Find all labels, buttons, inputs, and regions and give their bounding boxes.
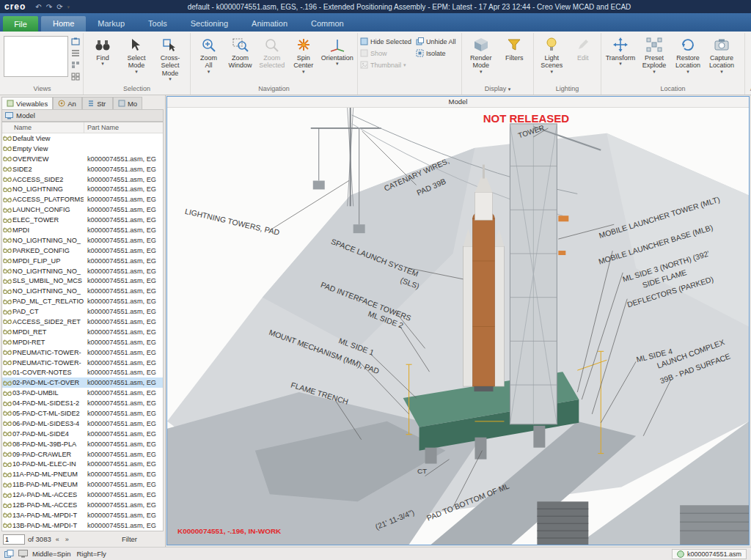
- tab-file[interactable]: File: [3, 16, 38, 32]
- viewable-row[interactable]: ACCESS_SIDE2k0000074551.asm, EG: [2, 174, 163, 185]
- preset-explode-button[interactable]: Preset Explode ▾: [637, 34, 671, 73]
- zoom-selected-button[interactable]: Zoom Selected: [256, 34, 287, 70]
- filter-label[interactable]: Filter: [122, 535, 137, 543]
- viewable-row[interactable]: ACCESS_SIDE2_RETk0000074551.asm, EG: [2, 317, 163, 327]
- viewable-row[interactable]: MPDI-RETk0000074551.asm, EG: [2, 337, 163, 347]
- panel-tabs: Viewables An Str Mo: [1, 97, 164, 109]
- viewable-row[interactable]: 03-PAD-UMBILk0000074551.asm, EG: [2, 388, 163, 398]
- viewable-row[interactable]: NO_LIGHTNING_NO_k0000074551.asm, EG: [2, 235, 163, 246]
- page-input[interactable]: [3, 534, 25, 545]
- 3d-scene[interactable]: NOT RELEASEDTOWERCATENARY WIRES,PAD 39BL…: [167, 108, 749, 545]
- viewable-row[interactable]: OVERVIEWk0000074551.asm, EG: [2, 154, 163, 164]
- unhide-all-button[interactable]: Unhide All: [416, 37, 456, 46]
- viewable-row[interactable]: MPDIk0000074551.asm, EG: [2, 225, 163, 235]
- viewable-row[interactable]: 10-PAD-ML-ELEC-INk0000074551.asm, EG: [2, 460, 163, 470]
- redo-icon[interactable]: ↷: [46, 3, 52, 11]
- viewable-row[interactable]: 13A-PAD-ML-MPDI-Tk0000074551.asm, EG: [2, 510, 163, 520]
- filters-button[interactable]: Filters: [498, 34, 532, 62]
- ribbon: Views Find ▾ Select Mode ▾ Cross-Select …: [0, 32, 751, 95]
- viewable-part-name: k0000074551.asm, EG: [84, 328, 163, 336]
- restore-location-button[interactable]: Restore Location ▾: [671, 34, 705, 73]
- viewable-row[interactable]: NO_LIGHTNINGk0000074551.asm, EG: [2, 184, 163, 194]
- panel-tab-structure[interactable]: Str: [82, 97, 113, 109]
- viewable-name: PAD_CT: [12, 308, 84, 315]
- thumbnail-button[interactable]: Thumbnail ▾: [360, 60, 411, 70]
- hide-selected-button[interactable]: Hide Selected: [360, 37, 411, 46]
- undo-icon[interactable]: ↶: [35, 3, 41, 11]
- zoom-all-button[interactable]: Zoom All ▾: [193, 34, 224, 73]
- viewable-row[interactable]: PNEUMATIC-TOWER-k0000074551.asm, EG: [2, 347, 163, 358]
- panel-tab-viewables[interactable]: Viewables: [1, 97, 53, 109]
- view-capture-icon[interactable]: [70, 37, 81, 46]
- viewable-row[interactable]: NO_LIGHTNING_NO_k0000074551.asm, EG: [2, 286, 163, 296]
- viewable-row[interactable]: MPDI_RETk0000074551.asm, EG: [2, 327, 163, 337]
- isolate-button[interactable]: Isolate: [416, 48, 456, 58]
- tab-home[interactable]: Home: [41, 16, 86, 32]
- tab-animation[interactable]: Animation: [240, 16, 299, 32]
- panel-tab-model[interactable]: Mo: [113, 97, 142, 109]
- cross-select-mode-button[interactable]: Cross-Select Mode ▾: [153, 34, 187, 81]
- show-button[interactable]: Show: [360, 48, 411, 58]
- viewable-row[interactable]: 12B-PAD-ML-ACCESk0000074551.asm, EG: [2, 500, 163, 510]
- zoom-all-icon: [199, 35, 219, 54]
- view-grid-icon[interactable]: [70, 72, 81, 81]
- monitor-icon[interactable]: [18, 550, 28, 558]
- viewable-row[interactable]: SLS_UMBIL_NO_MCSk0000074551.asm, EG: [2, 276, 163, 286]
- tab-common[interactable]: Common: [299, 16, 356, 32]
- light-scenes-button[interactable]: Light Scenes ▾: [536, 34, 568, 73]
- table-header[interactable]: Name Part Name: [2, 122, 163, 133]
- model-selector[interactable]: Model: [1, 109, 164, 122]
- viewable-row[interactable]: Empty View: [2, 144, 163, 154]
- tab-sectioning[interactable]: Sectioning: [179, 16, 240, 32]
- viewable-row[interactable]: PAD_ML_CT_RELATIOk0000074551.asm, EG: [2, 296, 163, 306]
- column-header-name[interactable]: Name: [2, 122, 84, 133]
- panel-tab-annotations[interactable]: An: [53, 97, 82, 109]
- viewable-row[interactable]: NO_LIGHTNING_NO_k0000074551.asm, EG: [2, 266, 163, 276]
- refresh-icon[interactable]: ⟳: [56, 3, 62, 11]
- color-button[interactable]: Color ▾: [747, 34, 751, 65]
- viewable-row[interactable]: PARKED_CONFIGk0000074551.asm, EG: [2, 246, 163, 256]
- display-launcher-icon[interactable]: ▾: [508, 86, 511, 92]
- find-button[interactable]: Find ▾: [86, 34, 120, 65]
- viewable-row[interactable]: 07-PAD-ML-SIDE4k0000074551.asm, EG: [2, 429, 163, 439]
- viewable-row[interactable]: 08-PAD-ML-39B-PLAk0000074551.asm, EG: [2, 439, 163, 449]
- view-small-icon[interactable]: [70, 60, 81, 70]
- transform-button[interactable]: Transform ▾: [604, 34, 637, 65]
- viewable-row[interactable]: MPDI_FLIP_UPk0000074551.asm, EG: [2, 256, 163, 266]
- viewable-row[interactable]: 09-PAD-CRAWLERk0000074551.asm, EG: [2, 449, 163, 460]
- quick-access-caret-icon[interactable]: ▾: [67, 5, 70, 9]
- spin-center-button[interactable]: Spin Center ▾: [287, 34, 319, 73]
- windows-layout-icon[interactable]: [4, 550, 14, 558]
- capture-location-button[interactable]: Capture Location ▾: [705, 34, 739, 73]
- viewable-row[interactable]: PAD_CTk0000074551.asm, EG: [2, 306, 163, 317]
- next-page-icon[interactable]: »: [64, 536, 70, 543]
- viewable-row[interactable]: 11A-PAD-ML-PNEUMk0000074551.asm, EG: [2, 469, 163, 479]
- orientation-button[interactable]: Orientation ▾: [319, 34, 355, 65]
- viewable-row[interactable]: PNEUMATIC-TOWER-k0000074551.asm, EG: [2, 358, 163, 368]
- document-chip[interactable]: k0000074551.asm: [672, 549, 747, 559]
- view-list-icon[interactable]: [70, 48, 81, 58]
- viewable-row[interactable]: 11B-PAD-ML-PNEUMk0000074551.asm, EG: [2, 479, 163, 490]
- tab-tools[interactable]: Tools: [136, 16, 179, 32]
- viewable-row[interactable]: 05-PAD-CT-ML-SIDE2k0000074551.asm, EG: [2, 408, 163, 419]
- edit-lighting-button[interactable]: Edit: [568, 34, 599, 62]
- viewable-row[interactable]: ELEC_TOWERk0000074551.asm, EG: [2, 215, 163, 225]
- viewable-row[interactable]: ACCESS_PLATFORMSk0000074551.asm, EG: [2, 194, 163, 205]
- prev-page-icon[interactable]: «: [54, 536, 61, 543]
- viewport-tab[interactable]: Model: [167, 97, 749, 108]
- viewable-row[interactable]: Default View: [2, 133, 163, 144]
- viewable-row[interactable]: 02-PAD-ML-CT-OVERk0000074551.asm, EG: [2, 377, 163, 388]
- viewable-row[interactable]: SIDE2k0000074551.asm, EG: [2, 164, 163, 174]
- viewable-row[interactable]: 12A-PAD-ML-ACCESk0000074551.asm, EG: [2, 490, 163, 500]
- viewable-row[interactable]: LAUNCH_CONFIGk0000074551.asm, EG: [2, 205, 163, 215]
- viewable-row[interactable]: 13B-PAD-ML-MPDI-Tk0000074551.asm, EG: [2, 520, 163, 531]
- viewable-row[interactable]: 04-PAD-ML-SIDES1-2k0000074551.asm, EG: [2, 398, 163, 408]
- viewable-row[interactable]: 01-COVER-NOTESk0000074551.asm, EG: [2, 367, 163, 377]
- viewable-row[interactable]: 06-PAD-ML-SIDES3-4k0000074551.asm, EG: [2, 419, 163, 429]
- tab-markup[interactable]: Markup: [86, 16, 136, 32]
- zoom-window-button[interactable]: Zoom Window: [224, 34, 256, 70]
- views-preview-box[interactable]: [4, 36, 68, 77]
- select-mode-button[interactable]: Select Mode ▾: [120, 34, 153, 73]
- column-header-part-name[interactable]: Part Name: [84, 122, 163, 133]
- render-mode-button[interactable]: Render Mode ▾: [464, 34, 498, 73]
